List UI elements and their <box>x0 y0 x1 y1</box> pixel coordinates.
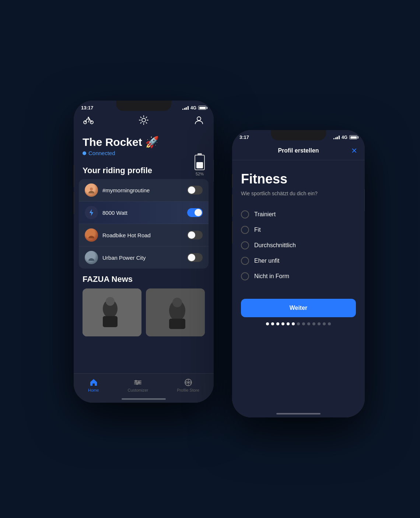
news-title: FAZUA News <box>83 274 205 284</box>
nav-home[interactable]: Home <box>88 378 99 392</box>
dot-13 <box>328 322 331 325</box>
status-right: 4G <box>182 105 206 111</box>
profile-icon[interactable] <box>193 114 205 126</box>
toggle-3[interactable] <box>187 231 203 239</box>
radio-option-4[interactable]: Eher unfit <box>241 253 356 269</box>
profile-name-2: 8000 Watt <box>102 210 183 216</box>
signal-bars <box>182 106 189 110</box>
home-indicator <box>122 398 166 400</box>
svg-point-20 <box>138 382 140 384</box>
dot-2 <box>271 322 274 325</box>
network-type: 4G <box>190 105 196 111</box>
connected-badge: Connected <box>83 150 205 156</box>
dot-7 <box>297 322 300 325</box>
svg-point-19 <box>135 380 137 382</box>
nav-customizer[interactable]: Customizer <box>128 378 148 392</box>
svg-point-4 <box>197 117 201 120</box>
avatar-lightning <box>85 206 98 219</box>
dot-4 <box>281 322 284 325</box>
dot-3 <box>276 322 279 325</box>
phone2-battery-icon <box>349 135 357 139</box>
svg-rect-15 <box>169 319 185 329</box>
radio-circle-2 <box>241 226 249 234</box>
scene: 13:17 4G <box>44 56 376 462</box>
nav-home-label: Home <box>88 388 99 392</box>
dot-9 <box>307 322 310 325</box>
customizer-icon <box>133 378 142 387</box>
profile-list: #mymorningroutine 8000 Watt <box>79 179 209 269</box>
toggle-4[interactable] <box>187 253 203 262</box>
power-button <box>213 160 214 182</box>
avatar-morning <box>85 183 98 197</box>
fitness-subtitle: Wie sportlich schätzt du dich ein? <box>241 190 356 196</box>
phone2-time-display: 3:17 <box>239 134 249 140</box>
toggle-2[interactable] <box>187 208 203 217</box>
news-card-2[interactable] <box>146 288 205 336</box>
phone-1: 13:17 4G <box>74 101 214 403</box>
radio-option-1[interactable]: Trainiert <box>241 207 356 222</box>
news-grid <box>83 288 205 336</box>
svg-point-10 <box>106 297 115 306</box>
battery-display: 52% <box>195 155 205 176</box>
connected-dot <box>83 151 86 155</box>
svg-point-21 <box>136 383 138 385</box>
dot-5 <box>287 322 290 325</box>
settings-icon[interactable] <box>138 114 150 126</box>
profile-name-4: Urban Power City <box>102 255 183 261</box>
radio-option-2[interactable]: Fit <box>241 222 356 238</box>
profile-item-1[interactable]: #mymorningroutine <box>79 179 209 202</box>
radio-label-5: Nicht in Form <box>254 273 289 280</box>
profile-store-icon <box>184 378 193 387</box>
svg-point-5 <box>90 188 93 190</box>
weiter-button[interactable]: Weiter <box>241 299 356 317</box>
close-button[interactable]: ✕ <box>351 146 357 155</box>
battery-icon <box>198 106 206 110</box>
volume-down-button <box>74 192 74 214</box>
svg-point-2 <box>88 117 89 118</box>
radio-option-5[interactable]: Nicht in Form <box>241 269 356 284</box>
profile-item-3[interactable]: Roadbike Hot Road <box>79 224 209 246</box>
svg-rect-11 <box>103 316 118 327</box>
modal-title: Profil erstellen <box>278 147 319 154</box>
notch <box>116 101 171 111</box>
phone2-home-indicator <box>276 413 321 414</box>
pagination-dots <box>232 317 365 330</box>
svg-point-14 <box>172 298 182 307</box>
radio-label-3: Durchschnittlich <box>254 242 296 249</box>
toggle-1[interactable] <box>187 186 203 195</box>
dot-6 <box>292 322 295 325</box>
svg-point-3 <box>142 118 146 122</box>
battery-fill <box>196 162 203 168</box>
dot-10 <box>312 322 315 325</box>
dot-12 <box>323 322 326 325</box>
bike-icon[interactable] <box>83 114 94 126</box>
profile-item-4[interactable]: Urban Power City <box>79 246 209 269</box>
news-card-1[interactable] <box>83 288 141 336</box>
profile-name-1: #mymorningroutine <box>102 187 183 193</box>
modal-header: Profil erstellen ✕ <box>232 141 365 160</box>
radio-label-1: Trainiert <box>254 211 276 218</box>
phone-2-content: 3:17 4G Profil erstellen ✕ <box>232 130 365 417</box>
svg-point-6 <box>90 232 93 235</box>
dot-8 <box>302 322 305 325</box>
nav-profile-store-label: Profile Store <box>177 388 199 392</box>
bike-name: The Rocket 🚀 <box>83 136 205 148</box>
radio-circle-5 <box>241 272 249 280</box>
phone2-notch <box>271 130 326 140</box>
dot-1 <box>266 322 269 325</box>
riding-profile-title: Your riding profile <box>74 160 214 179</box>
news-section: FAZUA News <box>74 269 214 340</box>
svg-point-7 <box>90 255 93 258</box>
nav-customizer-label: Customizer <box>128 388 148 392</box>
radio-circle-1 <box>241 210 249 218</box>
radio-option-3[interactable]: Durchschnittlich <box>241 238 356 253</box>
phone2-volume-down-button <box>232 221 232 244</box>
home-icon <box>89 378 98 387</box>
phone2-mute-button <box>232 174 232 188</box>
avatar-hot <box>85 228 98 242</box>
profile-item-2[interactable]: 8000 Watt <box>79 202 209 224</box>
phone2-volume-up-button <box>232 195 232 217</box>
fitness-title: Fitness <box>241 171 356 187</box>
nav-profile-store[interactable]: Profile Store <box>177 378 199 392</box>
radio-circle-4 <box>241 257 249 265</box>
